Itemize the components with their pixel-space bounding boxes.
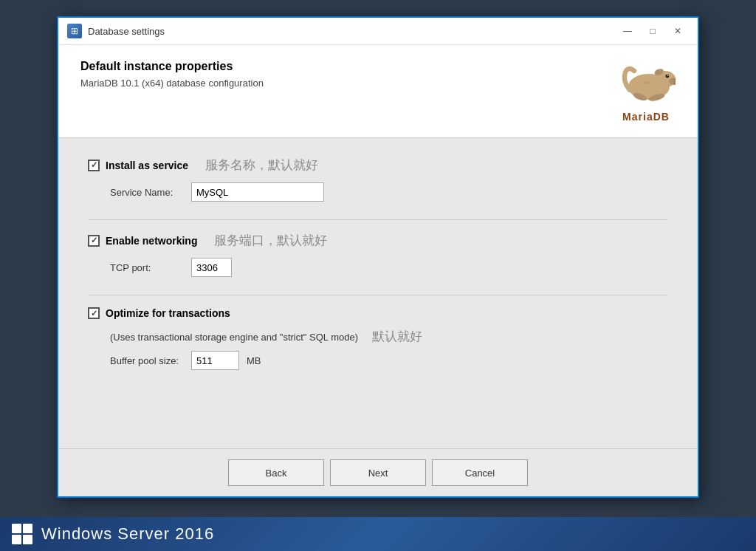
title-bar: Database settings — □ ✕ xyxy=(58,18,698,45)
window-controls: — □ ✕ xyxy=(616,24,689,38)
transactions-annotation: 默认就好 xyxy=(372,328,422,345)
service-name-row: Service Name: xyxy=(110,182,668,202)
install-service-annotation: 服务名称，默认就好 xyxy=(205,157,318,174)
maximize-button[interactable]: □ xyxy=(642,24,664,38)
transactions-label: Optimize for transactions xyxy=(106,307,230,319)
networking-label: Enable networking xyxy=(106,235,197,247)
tcp-port-label: TCP port: xyxy=(110,262,184,273)
windows-logo-icon xyxy=(12,524,32,544)
svg-point-4 xyxy=(667,75,669,77)
networking-checkbox[interactable] xyxy=(88,235,100,247)
networking-annotation: 服务端口，默认就好 xyxy=(214,232,327,249)
transactions-header: Optimize for transactions xyxy=(88,307,668,319)
cancel-button[interactable]: Cancel xyxy=(432,459,528,486)
buffer-pool-unit: MB xyxy=(247,355,261,366)
transactions-checkbox[interactable] xyxy=(88,307,100,319)
buffer-pool-label: Buffer pool size: xyxy=(110,355,184,366)
close-button[interactable]: ✕ xyxy=(667,24,689,38)
header-text: Default instance properties MariaDB 10.1… xyxy=(80,60,264,89)
divider-2 xyxy=(88,295,668,295)
taskbar: Windows Server 2016 xyxy=(0,517,756,551)
database-settings-dialog: Database settings — □ ✕ Default instance… xyxy=(57,16,699,498)
tcp-port-row: TCP port: xyxy=(110,258,668,277)
divider-1 xyxy=(88,219,668,220)
buffer-pool-row: Buffer pool size: MB xyxy=(110,351,668,370)
minimize-button[interactable]: — xyxy=(616,24,639,38)
header-section: Default instance properties MariaDB 10.1… xyxy=(58,45,698,138)
tcp-port-input[interactable] xyxy=(191,258,232,277)
networking-header: Enable networking 服务端口，默认就好 xyxy=(88,232,668,249)
dialog-title: Database settings xyxy=(88,26,165,37)
taskbar-text: Windows Server 2016 xyxy=(41,524,214,544)
mariadb-logo: MariaDB xyxy=(616,60,676,123)
next-button[interactable]: Next xyxy=(330,459,426,486)
footer: Back Next Cancel xyxy=(58,448,698,496)
install-service-checkbox[interactable] xyxy=(88,160,100,171)
install-service-header: Install as service 服务名称，默认就好 xyxy=(88,157,668,174)
svg-point-3 xyxy=(665,75,669,78)
service-name-input[interactable] xyxy=(191,182,324,202)
dialog-subheading: MariaDB 10.1 (x64) database configuratio… xyxy=(80,78,264,89)
service-name-label: Service Name: xyxy=(110,187,184,198)
install-service-label: Install as service xyxy=(106,160,188,171)
transactions-group: Optimize for transactions (Uses transact… xyxy=(88,307,668,370)
dialog-heading: Default instance properties xyxy=(80,60,264,73)
buffer-pool-input[interactable] xyxy=(191,351,239,370)
dialog-icon xyxy=(67,24,82,38)
mariadb-seal-icon xyxy=(616,60,676,108)
transactions-description: (Uses transactional storage engine and "… xyxy=(110,328,668,345)
mariadb-label: MariaDB xyxy=(622,111,670,123)
install-service-group: Install as service 服务名称，默认就好 Service Nam… xyxy=(88,157,668,202)
back-button[interactable]: Back xyxy=(228,459,324,486)
content-area: Install as service 服务名称，默认就好 Service Nam… xyxy=(58,138,698,448)
networking-group: Enable networking 服务端口，默认就好 TCP port: xyxy=(88,232,668,277)
